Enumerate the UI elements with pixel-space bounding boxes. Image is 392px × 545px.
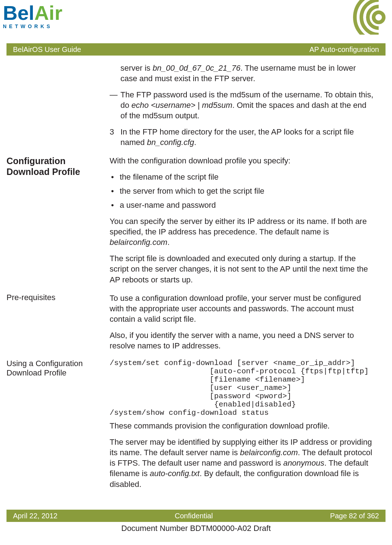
- code-block: /system/set config-download [server <nam…: [110, 359, 374, 417]
- header-decorative-icon: [337, 0, 386, 37]
- body-text: To use a configuration download profile,…: [110, 293, 374, 324]
- footer-date: April 22, 2012: [13, 511, 57, 520]
- document-number: Document Number BDTM00000-A02 Draft: [0, 523, 392, 533]
- body-text: You can specify the server by either its…: [110, 216, 374, 247]
- list-item: a user-name and password: [110, 200, 374, 210]
- list-item: the server from which to get the script …: [110, 186, 374, 196]
- logo-bel: Bel: [3, 1, 34, 24]
- body-text: The server may be identified by supplyin…: [110, 437, 374, 489]
- body-text: The script file is downloaded and execut…: [110, 253, 374, 285]
- page-content: server is bn_00_0d_67_0c_21_76. The user…: [0, 56, 392, 495]
- svg-point-1: [374, 12, 384, 22]
- footer-bar: April 22, 2012 Confidential Page 82 of 3…: [6, 510, 386, 522]
- step-3: 3In the FTP home directory for the user,…: [110, 127, 374, 148]
- page-header: BelAir NETWORKS: [0, 0, 392, 43]
- footer-page: Page 82 of 362: [330, 511, 379, 520]
- body-text: Also, if you identify the server with a …: [110, 330, 374, 351]
- logo: BelAir NETWORKS: [3, 3, 62, 30]
- guide-title: BelAirOS User Guide: [13, 45, 81, 54]
- heading-prerequisites: Pre-requisites: [0, 293, 110, 302]
- body-text: These commands provision the configurati…: [110, 421, 374, 431]
- title-bar: BelAirOS User Guide AP Auto-configuratio…: [6, 43, 386, 56]
- heading-using-config-download: Using a Configuration Download Profile: [0, 359, 110, 378]
- heading-config-download-profile: Configuration Download Profile: [0, 155, 110, 177]
- list-item: the filename of the script file: [110, 172, 374, 182]
- body-text: With the configuration download profile …: [110, 155, 374, 166]
- dash-item: —The FTP password used is the md5sum of …: [110, 89, 374, 121]
- continuation-text: server is bn_00_0d_67_0c_21_76. The user…: [110, 63, 374, 84]
- logo-air: Air: [34, 1, 62, 24]
- section-title: AP Auto-configuration: [309, 45, 379, 54]
- footer-confidential: Confidential: [175, 511, 213, 520]
- bullet-list: the filename of the script file the serv…: [110, 172, 374, 210]
